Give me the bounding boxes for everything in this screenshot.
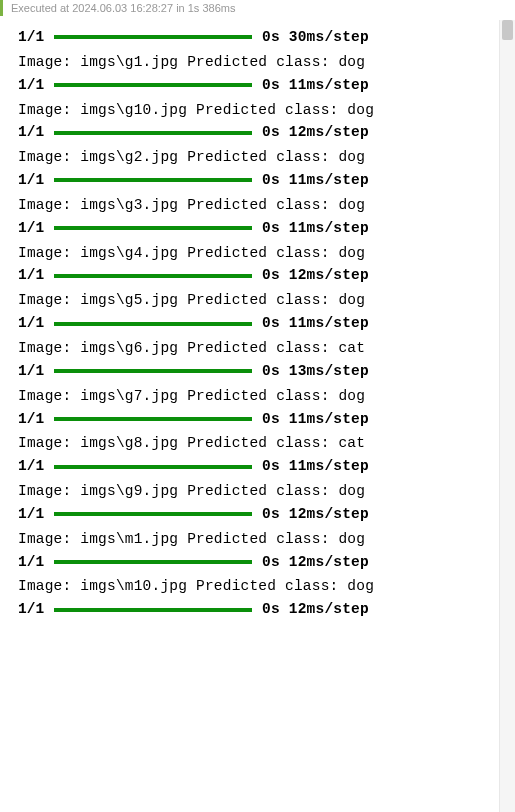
prediction-text: Image: imgs\g4.jpg Predicted class: dog (18, 244, 497, 263)
progress-counter: 1/1 (18, 28, 44, 47)
progress-bar (54, 417, 252, 421)
progress-counter: 1/1 (18, 171, 44, 190)
progress-row: 1/10s 11ms/step (18, 219, 497, 238)
progress-bar (54, 178, 252, 182)
progress-timing: 0s 11ms/step (262, 76, 369, 95)
progress-bar (54, 369, 252, 373)
progress-counter: 1/1 (18, 600, 44, 619)
progress-counter: 1/1 (18, 123, 44, 142)
progress-counter: 1/1 (18, 266, 44, 285)
execution-status-bar: Executed at 2024.06.03 16:28:27 in 1s 38… (0, 0, 515, 16)
prediction-text: Image: imgs\g6.jpg Predicted class: cat (18, 339, 497, 358)
progress-row: 1/10s 30ms/step (18, 28, 497, 47)
progress-counter: 1/1 (18, 553, 44, 572)
progress-counter: 1/1 (18, 505, 44, 524)
progress-counter: 1/1 (18, 219, 44, 238)
progress-timing: 0s 11ms/step (262, 171, 369, 190)
progress-bar (54, 322, 252, 326)
progress-bar (54, 274, 252, 278)
progress-bar (54, 35, 252, 39)
progress-bar (54, 131, 252, 135)
progress-row: 1/10s 12ms/step (18, 266, 497, 285)
progress-counter: 1/1 (18, 457, 44, 476)
prediction-text: Image: imgs\m1.jpg Predicted class: dog (18, 530, 497, 549)
progress-row: 1/10s 11ms/step (18, 171, 497, 190)
scrollbar-thumb[interactable] (502, 20, 513, 40)
prediction-text: Image: imgs\g9.jpg Predicted class: dog (18, 482, 497, 501)
progress-timing: 0s 12ms/step (262, 266, 369, 285)
progress-row: 1/10s 12ms/step (18, 600, 497, 619)
prediction-text: Image: imgs\g10.jpg Predicted class: dog (18, 101, 497, 120)
progress-bar (54, 83, 252, 87)
console-output: 1/10s 30ms/stepImage: imgs\g1.jpg Predic… (0, 16, 515, 619)
progress-timing: 0s 12ms/step (262, 600, 369, 619)
progress-timing: 0s 13ms/step (262, 362, 369, 381)
progress-counter: 1/1 (18, 362, 44, 381)
progress-row: 1/10s 11ms/step (18, 457, 497, 476)
progress-row: 1/10s 11ms/step (18, 314, 497, 333)
prediction-text: Image: imgs\g8.jpg Predicted class: cat (18, 434, 497, 453)
progress-bar (54, 608, 252, 612)
progress-bar (54, 560, 252, 564)
progress-timing: 0s 30ms/step (262, 28, 369, 47)
prediction-text: Image: imgs\g2.jpg Predicted class: dog (18, 148, 497, 167)
progress-counter: 1/1 (18, 410, 44, 429)
progress-bar (54, 512, 252, 516)
prediction-text: Image: imgs\g7.jpg Predicted class: dog (18, 387, 497, 406)
prediction-text: Image: imgs\g1.jpg Predicted class: dog (18, 53, 497, 72)
prediction-text: Image: imgs\g5.jpg Predicted class: dog (18, 291, 497, 310)
progress-row: 1/10s 12ms/step (18, 505, 497, 524)
progress-timing: 0s 11ms/step (262, 314, 369, 333)
progress-timing: 0s 12ms/step (262, 505, 369, 524)
progress-counter: 1/1 (18, 314, 44, 333)
progress-bar (54, 226, 252, 230)
prediction-text: Image: imgs\g3.jpg Predicted class: dog (18, 196, 497, 215)
progress-counter: 1/1 (18, 76, 44, 95)
scrollbar-track[interactable] (499, 20, 515, 812)
progress-timing: 0s 11ms/step (262, 410, 369, 429)
progress-row: 1/10s 12ms/step (18, 553, 497, 572)
progress-row: 1/10s 11ms/step (18, 76, 497, 95)
progress-row: 1/10s 11ms/step (18, 410, 497, 429)
execution-status-text: Executed at 2024.06.03 16:28:27 in 1s 38… (11, 2, 235, 14)
progress-row: 1/10s 13ms/step (18, 362, 497, 381)
progress-bar (54, 465, 252, 469)
progress-timing: 0s 12ms/step (262, 123, 369, 142)
prediction-text: Image: imgs\m10.jpg Predicted class: dog (18, 577, 497, 596)
progress-timing: 0s 11ms/step (262, 457, 369, 476)
progress-timing: 0s 11ms/step (262, 219, 369, 238)
progress-row: 1/10s 12ms/step (18, 123, 497, 142)
progress-timing: 0s 12ms/step (262, 553, 369, 572)
